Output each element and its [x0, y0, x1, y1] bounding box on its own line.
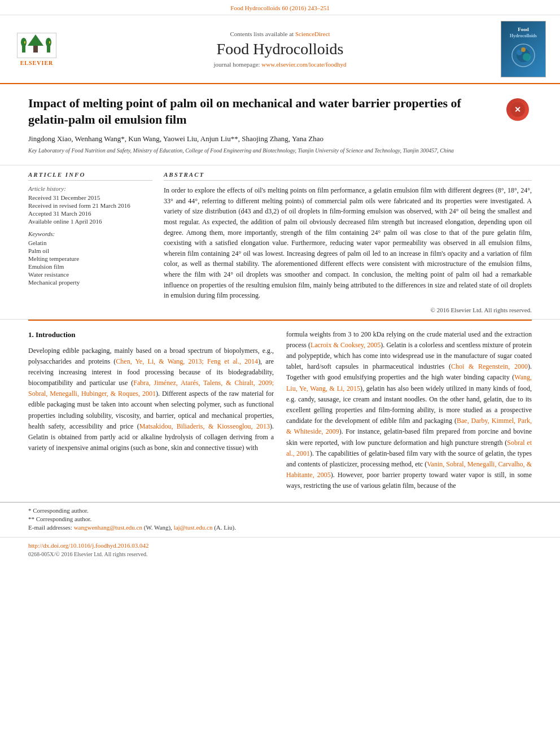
keyword-2: Palm oil — [28, 247, 152, 254]
online-date: Available online 1 April 2016 — [28, 218, 152, 225]
body-section: 1. Introduction Developing edible packag… — [0, 321, 560, 502]
body-left-col: 1. Introduction Developing edible packag… — [28, 329, 274, 496]
svg-point-2 — [21, 38, 27, 47]
keyword-6: Mechanical property — [28, 279, 152, 286]
journal-cover: Food Hydrocolloids — [498, 21, 549, 77]
history-label: Article history: — [28, 185, 152, 192]
citation-chen[interactable]: Chen, Ye, Li, & Wang, 2013; Feng et al.,… — [116, 357, 258, 365]
email-label: E-mail addresses: — [28, 524, 72, 531]
citation-vanin[interactable]: Vanin, Sobral, Menegalli, Carvalho, & Ha… — [286, 460, 532, 479]
body-right-col: formula weights from 3 to 200 kDa relyin… — [286, 329, 532, 496]
svg-point-13 — [521, 47, 526, 52]
citation-fabra[interactable]: Fabra, Jiménez, Atarés, Talens, & Chiral… — [28, 379, 274, 397]
doi-copyright: 0268-005X/© 2016 Elsevier Ltd. All right… — [28, 551, 532, 557]
article-info-col: Article Info Article history: Received 3… — [28, 171, 152, 313]
elsevier-svg-icon — [18, 33, 56, 57]
footnote-corresponding1: * Corresponding author. — [28, 507, 532, 514]
doi-link-line: http://dx.doi.org/10.1016/j.foodhyd.2016… — [28, 541, 532, 550]
abstract-text: In order to explore the effects of oil's… — [164, 185, 532, 301]
article-title: Impact of melting point of palm oil on m… — [28, 95, 532, 128]
keyword-3: Melting temperature — [28, 255, 152, 262]
revised-date: Received in revised form 21 March 2016 — [28, 202, 152, 209]
footnote-corresponding2: ** Corresponding author. — [28, 516, 532, 522]
elsevier-logo-img — [17, 33, 56, 58]
abstract-copyright: © 2016 Elsevier Ltd. All rights reserved… — [164, 307, 532, 313]
keywords-label: Keywords: — [28, 230, 152, 237]
crossmark-badge: ✕ — [506, 98, 529, 121]
affiliation-text: Key Laboratory of Food Nutrition and Saf… — [28, 147, 532, 155]
svg-rect-8 — [49, 41, 50, 43]
svg-rect-4 — [33, 45, 38, 53]
journal-cover-image: Food Hydrocolloids — [501, 21, 546, 77]
article-title-text: Impact of melting point of palm oil on m… — [28, 96, 461, 126]
email1-link[interactable]: wangwenhang@tust.edu.cn — [74, 524, 142, 531]
svg-point-12 — [523, 53, 531, 61]
doi-link[interactable]: http://dx.doi.org/10.1016/j.foodhyd.2016… — [28, 542, 148, 549]
citation-bae[interactable]: Bae, Darby, Kimmel, Park, & Whiteside, 2… — [286, 417, 532, 435]
homepage-url[interactable]: www.elsevier.com/locate/foodhyd — [261, 61, 346, 68]
svg-rect-3 — [24, 41, 25, 43]
journal-title-area: Contents lists available at ScienceDirec… — [62, 30, 498, 68]
crossmark-area[interactable]: ✕ — [504, 95, 532, 124]
accepted-date: Accepted 31 March 2016 — [28, 210, 152, 217]
article-info-heading: Article Info — [28, 171, 152, 181]
cover-title-text: Food Hydrocolloids — [508, 27, 539, 71]
sciencedirect-prefix: Contents lists available at — [230, 30, 295, 37]
article-section: Impact of melting point of palm oil on m… — [0, 84, 560, 165]
top-bar: Food Hydrocolloids 60 (2016) 243–251 — [0, 0, 560, 15]
abstract-heading: Abstract — [164, 171, 532, 181]
authors-line: Jingdong Xiao, Wenhang Wang*, Kun Wang, … — [28, 134, 532, 143]
crossmark-icon: ✕ — [510, 102, 526, 117]
citation-choi[interactable]: Choi & Regenstein, 2000 — [451, 362, 528, 370]
intro-para2: formula weights from 3 to 200 kDa relyin… — [286, 329, 532, 492]
citation-wang2015[interactable]: Wang, Liu, Ye, Wang, & Li, 2015 — [286, 373, 532, 392]
keyword-5: Water resistance — [28, 271, 152, 278]
homepage-prefix: journal homepage: — [213, 61, 261, 68]
abstract-col: Abstract In order to explore the effects… — [164, 171, 532, 313]
journal-main-title: Food Hydrocolloids — [62, 40, 498, 59]
keyword-4: Emulsion film — [28, 263, 152, 270]
revised-date-text: Received in revised form 21 March 2016 — [28, 202, 130, 209]
svg-point-7 — [46, 38, 51, 47]
elsevier-brand-text: ELSEVIER — [20, 60, 54, 66]
keyword-1: Gelatin — [28, 239, 152, 246]
intro-para1: Developing edible packaging, mainly base… — [28, 346, 274, 454]
email1-name: (W. Wang), — [144, 524, 172, 531]
sciencedirect-line: Contents lists available at ScienceDirec… — [62, 30, 498, 37]
citation-sobral[interactable]: Sobral et al., 2001 — [286, 439, 532, 457]
footnote-section: * Corresponding author. ** Corresponding… — [0, 502, 560, 537]
doi-bar: http://dx.doi.org/10.1016/j.foodhyd.2016… — [0, 537, 560, 560]
citation-lacroix[interactable]: Lacroix & Cooksey, 2005 — [310, 341, 380, 349]
journal-homepage: journal homepage: www.elsevier.com/locat… — [62, 61, 498, 68]
received-date: Received 31 December 2015 — [28, 194, 152, 201]
elsevier-logo-area: ELSEVIER — [11, 33, 62, 66]
journal-header: ELSEVIER Contents lists available at Sci… — [0, 15, 560, 84]
sciencedirect-link[interactable]: ScienceDirect — [295, 30, 330, 37]
email2-link[interactable]: laj@tust.edu.cn — [174, 524, 213, 531]
journal-ref-link[interactable]: Food Hydrocolloids 60 (2016) 243–251 — [230, 5, 329, 11]
info-abstract-section: Article Info Article history: Received 3… — [0, 165, 560, 320]
svg-text:✕: ✕ — [514, 106, 521, 114]
cover-decoration — [508, 41, 539, 69]
intro-heading: 1. Introduction — [28, 329, 274, 341]
email2-name: (A. Liu). — [214, 524, 236, 531]
footnote-emails: E-mail addresses: wangwenhang@tust.edu.c… — [28, 524, 532, 531]
citation-matsakidou[interactable]: Matsakidou, Biliaderis, & Kiosseoglou, 2… — [139, 422, 270, 430]
